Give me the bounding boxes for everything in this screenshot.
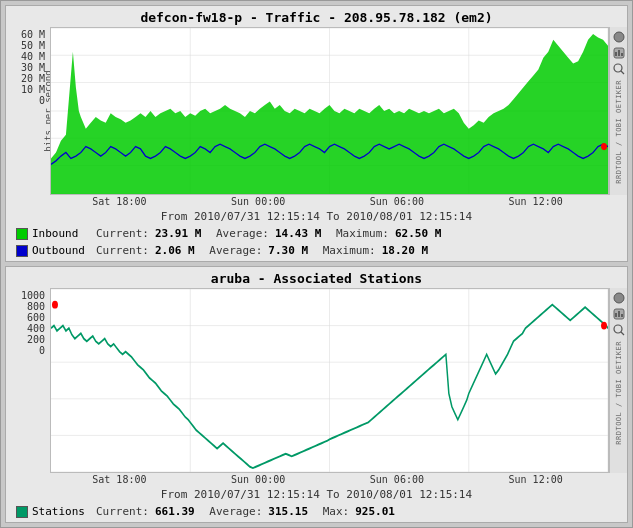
rrdtool-label-1: RRDTOOL / TOBI OETIKER [615,80,623,184]
traffic-legend: Inbound Current: 23.91 M Average: 14.43 … [6,225,627,244]
stations-panel-title: aruba - Associated Stations [6,267,627,288]
traffic-x-labels: Sat 18:00 Sun 00:00 Sun 06:00 Sun 12:00 [6,195,627,208]
outbound-current-label: Current: [96,244,149,257]
stations-max-value: 925.01 [355,505,395,518]
traffic-side-icons: RRDTOOL / TOBI OETIKER [609,27,627,195]
stations-color [16,506,28,518]
stations-max-label: Max: [323,505,350,518]
stations-legend: Stations Current: 661.39 Average: 315.15… [6,503,627,522]
inbound-max-label: Maximum: [336,227,389,240]
stations-x-labels: Sat 18:00 Sun 00:00 Sun 06:00 Sun 12:00 [6,473,627,486]
traffic-legend-outbound: Outbound Current: 2.06 M Average: 7.30 M… [16,244,617,257]
outbound-avg-label: Average: [209,244,262,257]
rrdtool-label-2: RRDTOOL / TOBI OETIKER [615,341,623,445]
stations-legend-item: Stations Current: 661.39 Average: 315.15… [16,505,617,518]
traffic-time-range: From 2010/07/31 12:15:14 To 2010/08/01 1… [6,208,627,225]
inbound-current-label: Current: [96,227,149,240]
inbound-max-value: 62.50 M [395,227,441,240]
graph-icon-1[interactable] [612,46,626,60]
rrdtool-icon-2[interactable] [612,291,626,305]
stations-side-icons: RRDTOOL / TOBI OETIKER [609,288,627,473]
traffic-legend-2: Outbound Current: 2.06 M Average: 7.30 M… [6,244,627,261]
svg-point-32 [614,293,624,303]
graph-icon-2[interactable] [612,307,626,321]
traffic-panel-title: defcon-fw18-p - Traffic - 208.95.78.182 … [6,6,627,27]
inbound-avg-value: 14.43 M [275,227,321,240]
stations-current-label: Current: [96,505,149,518]
stations-name: Stations [32,505,92,518]
outbound-max-value: 18.20 M [382,244,428,257]
rrdtool-icon-1[interactable] [612,30,626,44]
svg-point-30 [52,301,58,309]
inbound-color [16,228,28,240]
traffic-panel: defcon-fw18-p - Traffic - 208.95.78.182 … [5,5,628,262]
outbound-current-value: 2.06 M [155,244,195,257]
svg-point-31 [601,322,607,330]
stations-panel: aruba - Associated Stations 1000 800 600… [5,266,628,523]
svg-line-19 [621,71,624,74]
stations-y-axis: 1000 800 600 400 200 0 [6,288,48,374]
main-container: defcon-fw18-p - Traffic - 208.95.78.182 … [0,0,633,528]
traffic-chart-area: bits per second 60 M 50 M 40 M 30 M 20 M… [6,27,627,195]
inbound-avg-label: Average: [216,227,269,240]
stations-avg-label: Average: [209,505,262,518]
inbound-name: Inbound [32,227,92,240]
svg-point-18 [614,64,622,72]
stations-chart-area: 1000 800 600 400 200 0 [6,288,627,473]
svg-line-38 [621,332,624,335]
stations-current-value: 661.39 [155,505,195,518]
outbound-color [16,245,28,257]
stations-time-range: From 2010/07/31 12:15:14 To 2010/08/01 1… [6,486,627,503]
outbound-max-label: Maximum: [323,244,376,257]
outbound-name: Outbound [32,244,92,257]
outbound-avg-value: 7.30 M [268,244,308,257]
svg-point-13 [614,32,624,42]
svg-point-37 [614,325,622,333]
zoom-icon-1[interactable] [612,62,626,76]
zoom-icon-2[interactable] [612,323,626,337]
inbound-current-value: 23.91 M [155,227,201,240]
svg-point-12 [601,143,607,150]
traffic-legend-inbound: Inbound Current: 23.91 M Average: 14.43 … [16,227,617,240]
traffic-chart [50,27,609,195]
stations-chart [50,288,609,473]
stations-avg-value: 315.15 [268,505,308,518]
